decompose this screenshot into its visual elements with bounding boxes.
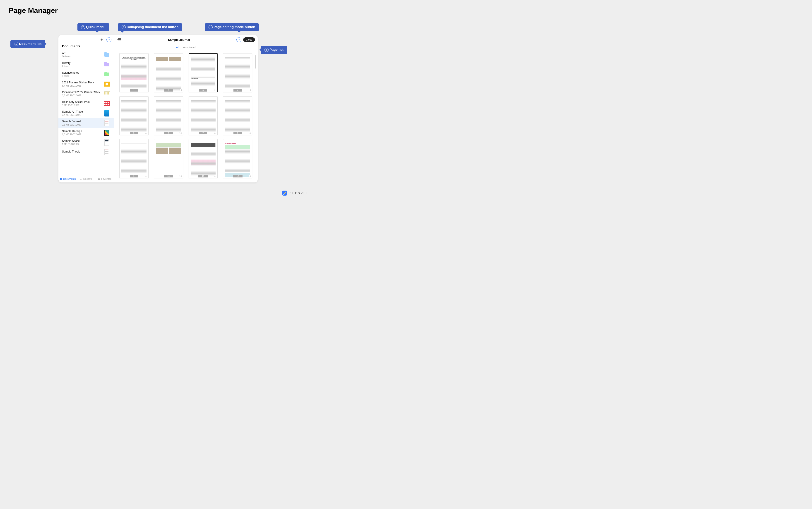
document-icon <box>104 81 110 87</box>
sidebar-header <box>59 35 114 44</box>
page-number: 6 <box>164 132 173 134</box>
document-list-sidebar: Documents Art26 itemsHistory2 itemsScien… <box>59 35 114 182</box>
sync-icon <box>249 132 251 134</box>
sidebar-tabs: Documents Recents Favorites <box>59 175 114 182</box>
document-icon <box>104 140 110 145</box>
document-item[interactable]: 2021 Planner Sticker Pack8,4 MB 25/01/20… <box>59 79 114 89</box>
tab-favorites[interactable]: Favorites <box>95 175 114 182</box>
document-item[interactable]: Cinnamoroll 2022 Planner Sticker…3,6 MB … <box>59 89 114 99</box>
document-item[interactable]: Sample Receipe1,3 MB 28/07/2022 <box>59 128 114 138</box>
page-thumbnail[interactable]: 6 <box>154 96 183 135</box>
page-number-bar: 9 <box>119 174 149 178</box>
page-number-bar: 2 <box>154 89 183 92</box>
page-number: 4 <box>233 89 242 92</box>
page-number-bar: 8 <box>223 131 252 135</box>
page-number-bar: 12 <box>223 174 252 178</box>
document-icon <box>104 130 110 136</box>
page-thumbnail[interactable]: 11 <box>189 139 218 178</box>
close-button[interactable]: Close <box>243 37 255 42</box>
document-meta: 1 MB 01/08/2022 <box>62 143 104 145</box>
page-thumbnail[interactable]: 5 <box>119 96 149 135</box>
document-edit-mode-button[interactable] <box>106 37 111 42</box>
page-preview <box>119 139 149 178</box>
page-manager-panel: Documents Art26 itemsHistory2 itemsScien… <box>59 35 258 182</box>
check-icon <box>108 38 110 41</box>
filter-annotated[interactable]: Annotated <box>183 46 196 49</box>
filter-all[interactable]: All <box>176 46 179 49</box>
sync-icon <box>145 175 147 177</box>
document-name: Hello Kitty Sticker Pack <box>62 100 104 104</box>
scrollbar[interactable] <box>255 55 256 69</box>
page-preview <box>189 139 218 178</box>
tab-documents[interactable]: Documents <box>59 175 77 182</box>
pages-grid: STRATEGIC MANAGEMENT OF TENURE SECURITY:… <box>119 53 252 178</box>
check-icon <box>238 38 240 41</box>
document-name: Science notes <box>62 71 104 74</box>
page-number-bar: 11 <box>189 174 218 178</box>
sync-icon <box>214 132 216 134</box>
callout-page-list: 6Page list <box>261 46 287 54</box>
page-thumbnail[interactable]: LITERATURE REVIEW12 <box>223 139 252 178</box>
page-thumbnail[interactable]: 4 <box>223 53 252 92</box>
document-item[interactable]: Sample Space1 MB 01/08/2022 <box>59 138 114 147</box>
callout-collapse: 4Collapsing document list button <box>118 23 182 31</box>
document-meta: 8,4 MB 25/01/2021 <box>62 84 104 87</box>
collapse-document-list-button[interactable] <box>117 37 121 42</box>
document-name: 2021 Planner Sticker Pack <box>62 81 104 84</box>
page-number: 5 <box>130 132 138 134</box>
document-icon <box>104 62 110 67</box>
current-document-title: Sample Journal <box>121 38 236 41</box>
page-preview: REFERENCES <box>189 53 218 92</box>
document-name: Sample Receipe <box>62 130 104 133</box>
document-name: Sample Journal <box>62 120 104 123</box>
sync-icon <box>180 89 182 91</box>
document-name: History <box>62 61 104 65</box>
tab-recents[interactable]: Recents <box>77 175 95 182</box>
sync-icon <box>180 132 182 134</box>
page-number: 2 <box>164 89 173 92</box>
document-icon <box>104 52 110 58</box>
callout-document-list: 1Document list <box>10 40 45 48</box>
svg-rect-2 <box>60 178 62 180</box>
page-preview <box>189 96 218 135</box>
document-list[interactable]: Art26 itemsHistory2 itemsScience notes5 … <box>59 50 114 175</box>
document-item[interactable]: History2 items <box>59 60 114 69</box>
page-number-bar: 4 <box>223 89 252 92</box>
document-name: Cinnamoroll 2022 Planner Sticker… <box>62 91 104 94</box>
pages-scroll-area[interactable]: STRATEGIC MANAGEMENT OF TENURE SECURITY:… <box>114 50 258 182</box>
page-filter-tabs: All Annotated <box>114 44 258 50</box>
page-number: 3 <box>199 89 207 92</box>
document-item[interactable]: Sample Art Travel2,4 MB 28/07/2022 <box>59 108 114 118</box>
document-item[interactable]: Sample Thesis <box>59 147 114 157</box>
page-thumbnail[interactable]: 10 <box>154 139 183 178</box>
plus-icon <box>100 38 103 41</box>
page-edit-mode-button[interactable] <box>236 37 242 42</box>
document-item[interactable]: Sample Journal2,1 MB 21/07/2022 <box>59 118 114 128</box>
document-meta: 1,3 MB 28/07/2022 <box>62 133 104 136</box>
add-button[interactable] <box>99 37 105 43</box>
document-item[interactable]: Science notes5 items <box>59 69 114 79</box>
svg-marker-4 <box>98 178 100 180</box>
page-list-main: Sample Journal Close All Annotated STRAT… <box>114 35 258 182</box>
page-thumbnail[interactable]: 2 <box>154 53 183 92</box>
page-number: 8 <box>233 132 242 134</box>
document-meta: 5 items <box>62 75 104 77</box>
page-number-bar: 5 <box>119 131 149 135</box>
sync-icon <box>249 175 251 177</box>
page-thumbnail[interactable]: REFERENCES3 <box>189 53 218 92</box>
page-number-bar: 7 <box>189 131 218 135</box>
page-preview <box>119 96 149 135</box>
page-number: 12 <box>233 175 243 177</box>
page-preview <box>223 96 252 135</box>
sync-icon <box>214 89 216 91</box>
page-thumbnail[interactable]: STRATEGIC MANAGEMENT OF TENURE SECURITY:… <box>119 53 149 92</box>
page-thumbnail[interactable]: 8 <box>223 96 252 135</box>
page-thumbnail[interactable]: 7 <box>189 96 218 135</box>
sidebar-title: Documents <box>59 44 114 50</box>
page-number: 1 <box>130 89 138 92</box>
document-item[interactable]: Hello Kitty Sticker Pack9 MB 15/11/2021 <box>59 99 114 108</box>
brand-logo: FLEXCIL <box>282 191 309 196</box>
page-preview: STRATEGIC MANAGEMENT OF TENURE SECURITY:… <box>119 53 149 92</box>
document-item[interactable]: Art26 items <box>59 50 114 60</box>
page-thumbnail[interactable]: 9 <box>119 139 149 178</box>
